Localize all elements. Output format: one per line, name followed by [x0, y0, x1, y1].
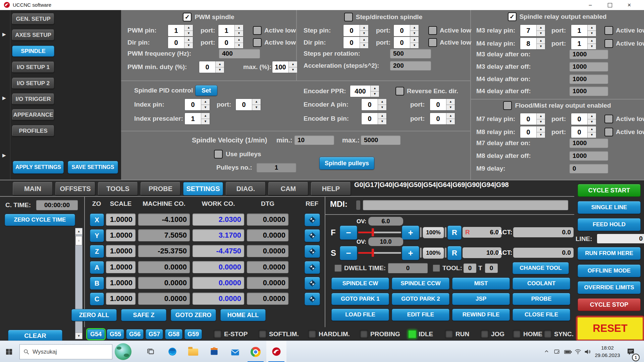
- sidebar-item-appearance[interactable]: APPEARANCE: [12, 109, 54, 120]
- axis-b-button[interactable]: B: [90, 277, 104, 290]
- tab-tools[interactable]: TOOLS: [98, 182, 138, 195]
- stepdir-dir-port-spinner[interactable]: 0▲▼: [393, 37, 419, 49]
- sidebar-item-io-setup-1[interactable]: I/O SETUP 1: [12, 62, 54, 73]
- m7-port-spinner[interactable]: 0▲▼: [571, 113, 596, 125]
- y-ref-button[interactable]: [305, 229, 320, 242]
- jsp-button[interactable]: JSP: [452, 293, 510, 305]
- pwm-dir-active-low-checkbox[interactable]: [253, 38, 262, 47]
- coolant-button[interactable]: COOLANT: [513, 278, 570, 290]
- m7-delay-on-value[interactable]: 1000: [570, 138, 608, 148]
- scrollbar[interactable]: ▲ ≡ ▼: [75, 228, 83, 339]
- feed-reset-button[interactable]: R: [447, 226, 462, 240]
- sidebar-item-axes-setup[interactable]: AXES SETUP: [12, 29, 54, 41]
- probe-button[interactable]: PROBE: [513, 293, 570, 305]
- pwm-pin-port-spinner[interactable]: 1▲▼: [218, 24, 244, 37]
- dwell-led[interactable]: [334, 264, 342, 272]
- spinner-arrows-icon[interactable]: ▲▼: [378, 113, 386, 124]
- spinner-arrows-icon[interactable]: ▲▼: [378, 99, 386, 110]
- tab-main[interactable]: MAIN: [13, 182, 53, 195]
- acceleration-value[interactable]: 200: [390, 61, 431, 70]
- minimize-button[interactable]: –: [582, 0, 599, 10]
- spindle-100-button[interactable]: 100%: [423, 247, 444, 259]
- z-ref-button[interactable]: [305, 245, 320, 258]
- scrollbar-thumb[interactable]: ≡: [75, 236, 82, 245]
- c-work[interactable]: 0.0000: [193, 293, 244, 305]
- store-app-icon[interactable]: [210, 347, 219, 356]
- spinner-arrows-icon[interactable]: ▲▼: [536, 38, 545, 49]
- maximize-button[interactable]: [601, 0, 618, 10]
- velocity-min-value[interactable]: 10: [294, 135, 334, 145]
- m8-active-low-checkbox[interactable]: [604, 128, 613, 136]
- axis-x-button[interactable]: X: [90, 214, 104, 226]
- spinner-arrows-icon[interactable]: ▲▼: [370, 85, 379, 97]
- m8-port-spinner[interactable]: 0▲▼: [571, 126, 596, 138]
- spindle-reset-button[interactable]: R: [447, 246, 462, 260]
- b-ref-button[interactable]: [305, 277, 320, 290]
- spinner-arrows-icon[interactable]: ▲▼: [201, 99, 210, 110]
- offset-g59-button[interactable]: G59: [184, 329, 202, 339]
- feed-override-slider[interactable]: [358, 232, 401, 233]
- c-scale[interactable]: 1.0000: [106, 293, 136, 305]
- tab-settings[interactable]: SETTINGS: [183, 182, 223, 195]
- rewind-file-button[interactable]: REWIND FILE: [452, 309, 510, 321]
- spinner-arrows-icon[interactable]: ▲▼: [184, 25, 193, 36]
- spinner-arrows-icon[interactable]: ▲▼: [587, 126, 596, 138]
- stepdir-dir-pin-spinner[interactable]: 0▲▼: [343, 37, 369, 49]
- m3-delay-off-value[interactable]: 1000: [570, 62, 608, 71]
- pwm-min-duty-spinner[interactable]: 0▲▼: [199, 61, 224, 73]
- single-line-button[interactable]: SINGLE LINE: [578, 201, 641, 214]
- scrollbar-up-icon[interactable]: ▲: [75, 228, 82, 235]
- spinner-arrows-icon[interactable]: ▲▼: [215, 61, 224, 73]
- tray-chevron-icon[interactable]: [544, 349, 549, 354]
- edit-file-button[interactable]: EDIT FILE: [392, 309, 449, 321]
- chrome-icon[interactable]: [251, 347, 261, 357]
- z-work[interactable]: -4.4750: [193, 245, 244, 257]
- axis-y-button[interactable]: Y: [90, 229, 104, 242]
- tray-battery-icon[interactable]: [564, 350, 572, 354]
- reset-button[interactable]: RESET: [576, 316, 644, 341]
- pwm-spindle-checkbox[interactable]: ✓: [183, 13, 192, 21]
- encoder-b-port-spinner[interactable]: 0▲▼: [430, 113, 455, 125]
- m3-port-spinner[interactable]: 1▲▼: [571, 24, 596, 37]
- x-work[interactable]: 2.0300: [193, 214, 244, 226]
- spinner-arrows-icon[interactable]: ▲▼: [587, 38, 596, 49]
- mail-icon[interactable]: [230, 348, 240, 357]
- spinner-arrows-icon[interactable]: ▲▼: [410, 25, 419, 36]
- axis-c-button[interactable]: C: [90, 293, 104, 305]
- index-pin-spinner[interactable]: 0▲▼: [184, 99, 210, 111]
- stepdir-checkbox[interactable]: [344, 13, 353, 21]
- sidebar-item-io-trigger[interactable]: I/O TRIGGER: [12, 94, 54, 105]
- spindle-minus-button[interactable]: −: [340, 246, 357, 260]
- sidebar-item-spindle[interactable]: SPINDLE: [12, 46, 54, 57]
- spinner-arrows-icon[interactable]: ▲▼: [234, 37, 243, 48]
- step-port-spinner[interactable]: 0▲▼: [393, 24, 419, 37]
- spinner-arrows-icon[interactable]: ▲▼: [184, 37, 193, 48]
- planet-app-icon[interactable]: [115, 343, 131, 360]
- m4-port-spinner[interactable]: 1▲▼: [571, 38, 596, 50]
- goto-zero-button[interactable]: GOTO ZERO: [171, 309, 216, 321]
- a-ref-button[interactable]: [305, 261, 320, 274]
- sidebar-item-profiles[interactable]: PROFILES: [12, 125, 54, 136]
- goto-park1-button[interactable]: GOTO PARK 1: [331, 293, 389, 305]
- m4-delay-on-value[interactable]: 1000: [570, 74, 608, 84]
- dwell-time-value[interactable]: 0: [388, 263, 428, 273]
- step-pin-spinner[interactable]: 0▲▼: [343, 24, 369, 37]
- feed-100-button[interactable]: 100%: [423, 227, 444, 238]
- tool-led[interactable]: [432, 264, 440, 272]
- b-work[interactable]: 0.0000: [193, 277, 244, 289]
- spinner-arrows-icon[interactable]: ▲▼: [446, 99, 455, 110]
- offline-mode-button[interactable]: OFFLINE MODE: [578, 264, 641, 277]
- mdi-input[interactable]: [363, 200, 568, 210]
- encoder-a-port-spinner[interactable]: 0▲▼: [430, 99, 455, 111]
- stepdir-dir-active-low-checkbox[interactable]: [428, 38, 437, 47]
- spindle-pulleys-button[interactable]: Spindle pulleys: [319, 157, 374, 170]
- spinner-arrows-icon[interactable]: ▲▼: [446, 113, 455, 124]
- spinner-arrows-icon[interactable]: ▲▼: [587, 25, 596, 36]
- relay-enabled-checkbox[interactable]: ✓: [508, 12, 517, 21]
- tab-probe[interactable]: PROBE: [141, 182, 180, 195]
- step-active-low-checkbox[interactable]: [428, 26, 437, 35]
- close-file-button[interactable]: CLOSE FILE: [513, 309, 570, 321]
- feed-minus-button[interactable]: −: [340, 226, 357, 240]
- pwm-pin-active-low-checkbox[interactable]: [253, 26, 262, 35]
- t-value[interactable]: 0: [485, 263, 498, 273]
